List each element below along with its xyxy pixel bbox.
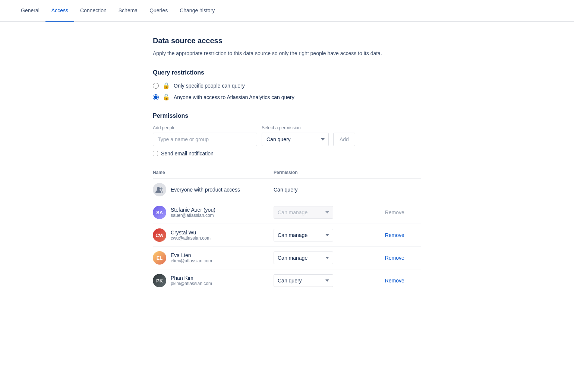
name-cell: CW Crystal Wu cwu@atlassian.com (153, 224, 274, 247)
col-actions (385, 167, 421, 178)
radio-anyone-label: Anyone with access to Atlassian Analytic… (174, 94, 294, 100)
permission-select-add[interactable]: Can query Can manage (262, 133, 329, 146)
remove-button[interactable]: Remove (385, 278, 404, 284)
tab-change-history[interactable]: Change history (174, 0, 221, 22)
avatar: SA (153, 206, 166, 219)
name-cell: Everyone with product access (153, 178, 274, 201)
svg-point-1 (160, 187, 163, 190)
permissions-title: Permissions (153, 113, 421, 119)
remove-button[interactable]: Remove (385, 232, 404, 238)
user-name: Everyone with product access (171, 187, 240, 193)
group-icon (153, 183, 166, 196)
add-people-field: Add people (153, 125, 257, 146)
user-email: sauer@atlassian.com (171, 213, 215, 218)
nav-tabs: General Access Connection Schema Queries… (0, 0, 574, 22)
table-row: SA Stefanie Auer (you) sauer@atlassian.c… (153, 201, 421, 224)
table-row: CW Crystal Wu cwu@atlassian.com Can quer… (153, 224, 421, 247)
permission-select-row: Can query Can manage (274, 206, 333, 219)
permission-select-row[interactable]: Can query Can manage (274, 229, 333, 241)
main-content: Data source access Apply the appropriate… (138, 22, 436, 307)
select-permission-label: Select a permission (262, 125, 329, 130)
permissions-table: Name Permission Everyone with product ac… (153, 167, 421, 292)
avatar: PK (153, 274, 166, 287)
avatar: EL (153, 251, 166, 265)
col-name: Name (153, 167, 274, 178)
action-cell: Remove (385, 224, 421, 247)
user-name: Crystal Wu (171, 230, 211, 235)
add-people-input[interactable] (153, 133, 257, 146)
email-notification-checkbox[interactable] (153, 151, 158, 156)
action-cell: Remove (385, 269, 421, 292)
table-row: Everyone with product access Can query (153, 178, 421, 201)
permission-select-row[interactable]: Can query Can manage (274, 252, 333, 264)
user-info: PK Phan Kim pkim@atlassian.com (153, 274, 274, 287)
permission-text: Can query (274, 187, 298, 193)
add-people-row: Add people Select a permission Can query… (153, 125, 421, 146)
permission-cell: Can query Can manage (274, 247, 385, 269)
radio-anyone-input[interactable] (153, 94, 159, 100)
radio-specific-input[interactable] (153, 83, 159, 89)
lock-gray-icon: 🔓 (163, 94, 170, 101)
permissions-section: Permissions Add people Select a permissi… (153, 113, 421, 292)
page-title: Data source access (153, 37, 421, 45)
action-cell (385, 178, 421, 201)
page-description: Apply the appropriate restriction to thi… (153, 50, 421, 57)
tab-connection[interactable]: Connection (74, 0, 113, 22)
name-cell: SA Stefanie Auer (you) sauer@atlassian.c… (153, 201, 274, 224)
tab-queries[interactable]: Queries (144, 0, 174, 22)
user-name: Eva Lien (171, 252, 212, 258)
name-cell: PK Phan Kim pkim@atlassian.com (153, 269, 274, 292)
name-cell: EL Eva Lien elien@atlassian.com (153, 247, 274, 269)
table-header: Name Permission (153, 167, 421, 178)
user-name: Phan Kim (171, 275, 212, 281)
tab-schema[interactable]: Schema (113, 0, 144, 22)
radio-specific[interactable]: 🔒 Only specific people can query (153, 82, 421, 89)
user-name: Stefanie Auer (you) (171, 207, 215, 213)
permission-cell: Can query (274, 178, 385, 201)
user-email: elien@atlassian.com (171, 258, 212, 263)
permission-cell: Can query Can manage (274, 269, 385, 292)
remove-button[interactable]: Remove (385, 255, 404, 261)
tab-access[interactable]: Access (45, 0, 74, 22)
add-button[interactable]: Add (333, 133, 355, 146)
tab-general[interactable]: General (15, 0, 45, 22)
lock-red-icon: 🔒 (163, 82, 170, 89)
action-cell: Remove (385, 201, 421, 224)
table-row: PK Phan Kim pkim@atlassian.com Can query… (153, 269, 421, 292)
user-info: CW Crystal Wu cwu@atlassian.com (153, 228, 274, 242)
query-restrictions-title: Query restrictions (153, 69, 421, 76)
select-permission-field: Select a permission Can query Can manage (262, 125, 329, 146)
action-cell: Remove (385, 247, 421, 269)
avatar: CW (153, 228, 166, 242)
user-info: Everyone with product access (153, 183, 274, 196)
permission-cell: Can query Can manage (274, 224, 385, 247)
permission-select-row[interactable]: Can query Can manage (274, 274, 333, 287)
permission-cell: Can query Can manage (274, 201, 385, 224)
user-info: EL Eva Lien elien@atlassian.com (153, 251, 274, 265)
remove-button: Remove (385, 209, 404, 215)
email-notification-label: Send email notification (161, 151, 214, 157)
user-info: SA Stefanie Auer (you) sauer@atlassian.c… (153, 206, 274, 219)
user-email: pkim@atlassian.com (171, 281, 212, 286)
user-email: cwu@atlassian.com (171, 235, 211, 241)
add-people-label: Add people (153, 125, 257, 130)
radio-specific-label: Only specific people can query (174, 83, 245, 89)
svg-point-0 (157, 187, 160, 190)
col-permission: Permission (274, 167, 385, 178)
table-row: EL Eva Lien elien@atlassian.com Can quer… (153, 247, 421, 269)
radio-anyone[interactable]: 🔓 Anyone with access to Atlassian Analyt… (153, 94, 421, 101)
email-notification: Send email notification (153, 151, 421, 157)
query-restrictions-group: 🔒 Only specific people can query 🔓 Anyon… (153, 82, 421, 101)
